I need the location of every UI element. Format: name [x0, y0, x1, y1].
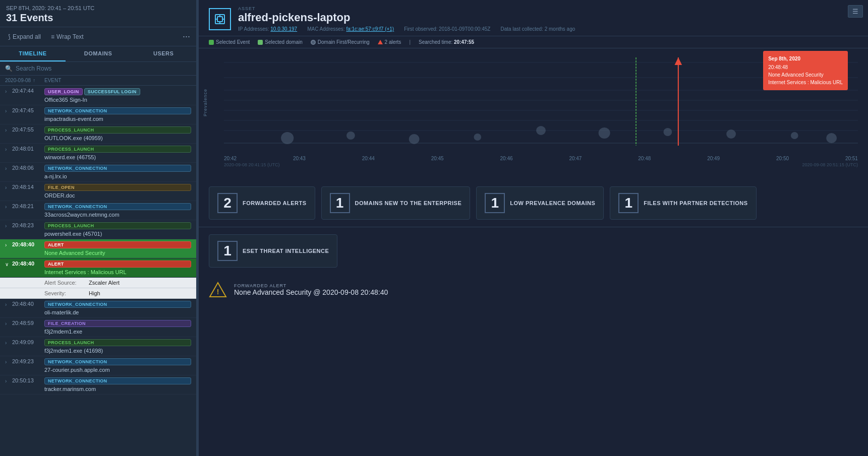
stat-number: 1 [217, 241, 238, 261]
tab-users[interactable]: USERS [131, 46, 196, 61]
row-expand-icon[interactable]: › [5, 204, 12, 210]
table-row[interactable]: › 20:47:44 USER_LOGIN SUCCESSFUL LOGIN O… [0, 86, 196, 105]
sort-icon[interactable]: ↑ [33, 78, 35, 83]
table-row[interactable]: › 20:48:01 PROCESS_LAUNCH winword.exe (4… [0, 144, 196, 163]
event-count: 31 Events [6, 12, 190, 24]
event-tag: ALERT [44, 241, 191, 248]
row-expand-icon[interactable]: › [5, 89, 12, 94]
stat-files-partner[interactable]: 1 FILES WITH PARTNER DETECTIONS [610, 186, 756, 220]
panel-options-button[interactable]: ☰ [848, 5, 863, 18]
svg-point-23 [409, 134, 420, 144]
row-expand-icon[interactable]: › [5, 223, 12, 229]
row-time: 20:48:59 [12, 320, 44, 326]
row-content: ALERT Internet Services : Malicious URL [44, 260, 191, 275]
row-content: NETWORK_CONNECTION 33across2waycm.netmng… [44, 203, 191, 218]
svg-point-25 [536, 126, 546, 135]
row-expand-icon[interactable]: › [5, 147, 12, 152]
stat-label: LOW PREVALENCE DOMAINS [510, 200, 595, 206]
prevalence-label: Prevalence [203, 89, 208, 116]
stat-domains-new[interactable]: 1 DOMAINS NEW TO THE ENTERPRISE [321, 186, 471, 220]
table-row[interactable]: › 20:47:55 PROCESS_LAUNCH OUTLOOK.exe (4… [0, 124, 196, 144]
svg-point-26 [599, 127, 610, 139]
tooltip-line2: Internet Services : Malicious URL [768, 79, 843, 86]
x-label: 20:42 [224, 156, 237, 161]
table-row[interactable]: › 20:48:14 FILE_OPEN ORDER.doc [0, 182, 196, 201]
tab-domains[interactable]: DOMAINS [66, 46, 131, 61]
row-expand-icon[interactable]: › [5, 127, 12, 133]
legend-selected-domain: Selected domain [258, 39, 303, 45]
left-header: SEP 8TH, 2020: 20:41 – 20:51 UTC 31 Even… [0, 0, 196, 27]
alert-section: ! FORWARDED ALERT None Advanced Security… [199, 275, 868, 305]
x-label: 20:47 [569, 156, 582, 161]
table-row[interactable]: › 20:50:13 NETWORK_CONNECTION tracker.ma… [0, 375, 196, 395]
table-row[interactable]: › 20:48:06 NETWORK_CONNECTION a-nj.lrx.i… [0, 163, 196, 182]
row-label: Office365 Sign-In [44, 97, 191, 103]
table-row[interactable]: ∨ 20:48:40 ALERT Internet Services : Mal… [0, 258, 196, 278]
chart-range-labels: 2020-09-08 20:41:15 (UTC) 2020-09-08 20:… [224, 162, 858, 167]
searched-time-label: Searched time: 20:47:55 [419, 39, 474, 45]
x-label: 20:43 [293, 156, 306, 161]
svg-point-22 [346, 132, 355, 140]
event-tag: FILE_CREATION [44, 320, 191, 327]
table-row[interactable]: › 20:48:59 FILE_CREATION f3j2mdem1.exe [0, 318, 196, 337]
row-time: 20:47:44 [12, 88, 44, 94]
event-tag: NETWORK_CONNECTION [44, 358, 191, 365]
detail-label: Severity: [44, 290, 85, 296]
tag-row: USER_LOGIN SUCCESSFUL LOGIN [44, 88, 191, 96]
column-headers: 2020-09-08 ↑ EVENT [0, 76, 196, 86]
table-row[interactable]: › 20:48:23 PROCESS_LAUNCH powershell.exe… [0, 220, 196, 239]
legend-selected-event: Selected Event [209, 39, 250, 45]
row-content: PROCESS_LAUNCH powershell.exe (45701) [44, 222, 191, 237]
svg-point-27 [664, 128, 672, 136]
row-expand-icon[interactable]: › [5, 242, 12, 248]
legend-selected-event-label: Selected Event [216, 39, 250, 45]
row-content: NETWORK_CONNECTION tracker.marinsm.com [44, 377, 191, 392]
legend-domain-first-label: Domain First/Recurring [318, 39, 370, 45]
row-expand-icon[interactable]: ∨ [5, 262, 12, 267]
table-row[interactable]: › 20:49:23 NETWORK_CONNECTION 27-courier… [0, 356, 196, 375]
chart-end-label: 2020-09-08 20:51:15 (UTC) [802, 162, 858, 167]
stats-row-2: 1 ESET THREAT INTELLIGENCE [199, 227, 868, 275]
search-input[interactable] [16, 65, 191, 72]
table-row[interactable]: › 20:48:21 NETWORK_CONNECTION 33across2w… [0, 201, 196, 220]
tabs-bar: TIMELINE DOMAINS USERS [0, 46, 196, 62]
row-expand-icon[interactable]: › [5, 302, 12, 307]
asset-type-label: ASSET [238, 6, 858, 11]
row-expand-icon[interactable]: › [5, 166, 12, 171]
data-collected: Data last collected: 2 months ago [500, 26, 575, 32]
row-label: a-nj.lrx.io [44, 173, 191, 179]
row-expand-icon[interactable]: › [5, 185, 12, 190]
right-panel: ☰ ASSET alfred-pickens-laptop IP Address… [199, 0, 868, 456]
row-expand-icon[interactable]: › [5, 378, 12, 384]
svg-marker-33 [675, 57, 682, 65]
row-content: NETWORK_CONNECTION impactradius-event.co… [44, 107, 191, 122]
tooltip-time: 20:48:48 [768, 63, 843, 71]
stats-row: 2 FORWARDED ALERTS 1 DOMAINS NEW TO THE … [199, 179, 868, 227]
row-expand-icon[interactable]: › [5, 359, 12, 365]
table-row[interactable]: › 20:48:40 NETWORK_CONNECTION oli-materl… [0, 299, 196, 318]
stat-low-prevalence[interactable]: 1 LOW PREVALENCE DOMAINS [476, 186, 604, 220]
row-label: ORDER.doc [44, 192, 191, 199]
stat-eset[interactable]: 1 ESET THREAT INTELLIGENCE [209, 234, 337, 268]
svg-point-24 [474, 134, 481, 141]
row-time: 20:47:45 [12, 107, 44, 113]
stat-forwarded-alerts[interactable]: 2 FORWARDED ALERTS [209, 186, 315, 220]
searched-time-value: 20:47:55 [454, 39, 474, 45]
tab-timeline[interactable]: TIMELINE [0, 46, 66, 61]
stat-label: DOMAINS NEW TO THE ENTERPRISE [355, 200, 462, 206]
table-row[interactable]: › 20:47:45 NETWORK_CONNECTION impactradi… [0, 105, 196, 124]
ip-link[interactable]: 10.0.30.197 [270, 26, 297, 32]
table-row[interactable]: › 20:49:09 PROCESS_LAUNCH f3j2mdem1.exe … [0, 337, 196, 356]
timeline-list[interactable]: › 20:47:44 USER_LOGIN SUCCESSFUL LOGIN O… [0, 86, 196, 456]
wrap-text-button[interactable]: ≡ Wrap Text [49, 32, 86, 41]
forwarded-alert-card[interactable]: ! FORWARDED ALERT None Advanced Security… [209, 282, 858, 298]
row-expand-icon[interactable]: › [5, 321, 12, 327]
table-row[interactable]: › 20:48:40 ALERT None Advanced Security [0, 239, 196, 258]
row-label: f3j2mdem1.exe [44, 329, 191, 335]
x-label: 20:49 [707, 156, 720, 161]
more-options-button[interactable]: ··· [183, 31, 190, 42]
row-expand-icon[interactable]: › [5, 340, 12, 346]
mac-link[interactable]: fa:1c:ae:57:c9:f7 (+1) [346, 26, 394, 32]
row-expand-icon[interactable]: › [5, 108, 12, 114]
expand-all-button[interactable]: ⟆ Expand all [6, 32, 43, 41]
